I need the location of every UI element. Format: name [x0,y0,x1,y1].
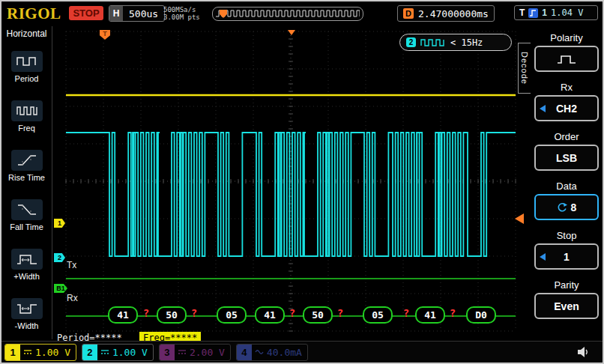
menu-group-order[interactable]: Order LSB [531,131,603,171]
rise-time-icon [11,150,43,171]
speaker-icon[interactable] [577,346,591,358]
menu-item-label: +Width [13,272,40,281]
menu-item-rise-time[interactable]: Rise Time [1,141,52,190]
data-value-box[interactable]: 8 [534,194,599,220]
ac-coupling-icon [255,348,264,356]
trigger-level-marker[interactable] [515,213,524,224]
decoded-byte: 41 [415,306,445,324]
menu-item-label: Freq [18,124,35,133]
delay-reference-marker [288,30,295,35]
menu-item-freq[interactable]: Freq [1,91,52,141]
ch1-badge: 1 [5,345,20,360]
decoded-byte: 41 [255,306,285,324]
square-wave-icon [420,38,446,47]
decode-error-mark: ? [143,307,149,319]
trigger-level-value: 1.04 V [551,7,583,18]
rigol-logo: RIGOL [7,4,61,23]
run-state-badge[interactable]: STOP [69,6,103,20]
left-arrow-icon [540,253,546,261]
menu-group-title: Order [531,131,603,144]
freq-counter-channel: 2 [406,37,416,47]
trigger-edge-icon [528,8,538,18]
decoded-byte: 50 [157,306,187,324]
menu-item-label: -Width [15,321,39,330]
freq-counter-value: < 15Hz [450,37,483,48]
decode-error-mark: ? [289,307,295,319]
ch4-badge: 4 [237,345,252,360]
menu-group-data[interactable]: Data 8 [531,181,603,220]
minus-width-icon [11,298,43,319]
trigger-readout: T 1 1.04 V [514,5,598,20]
polarity-value-box[interactable] [534,46,599,72]
ch2-status-box[interactable]: 2 1.00 V [82,344,154,361]
data-value: 8 [571,201,577,213]
decoded-byte: 50 [303,306,333,324]
decode-error-mark: ? [337,307,343,319]
frequency-counter-badge: 2 < 15Hz [399,34,512,51]
order-value: LSB [556,152,577,164]
decoded-byte: 41 [108,306,138,324]
waveform-overview-icon [214,8,360,19]
stop-value-box[interactable]: 1 [534,243,599,270]
trigger-position-bar[interactable] [212,7,363,21]
tx-signal-label: Tx [67,260,76,270]
ch3-badge: 3 [160,345,175,360]
rx-signal-label: Rx [67,293,78,303]
left-arrow-icon [540,105,546,112]
left-menu-title: Horizontal [1,28,52,42]
top-status-bar: RIGOL STOP H 500us 500MSa/s 3.00M pts D … [1,1,603,26]
decode-menu-tab[interactable]: Decode [518,43,531,94]
channel-status-bar: 1 1.00 V 2 1.00 V 3 2.00 V 4 [1,341,603,363]
order-value-box[interactable]: LSB [534,145,599,171]
parity-value-box[interactable]: Even [534,293,599,319]
waveform-plot [53,29,525,342]
decoded-byte: D0 [466,306,496,324]
ch4-status-box[interactable]: 4 40.0mA [236,344,308,361]
ch1-status-box[interactable]: 1 1.00 V [4,344,76,361]
horizontal-label: H [109,6,123,21]
freq-icon [11,100,43,121]
menu-group-polarity[interactable]: Polarity [531,32,603,72]
timebase-value: 500us [123,8,164,19]
plus-width-icon [11,249,43,270]
period-icon [11,51,43,72]
decoded-byte: 05 [363,306,393,324]
rx-value: CH2 [556,103,577,115]
menu-group-title: Rx [531,82,603,94]
menu-group-parity[interactable]: Parity Even [531,279,603,319]
memory-depth: 3.00M pts [163,13,200,21]
menu-group-title: Stop [531,230,603,243]
menu-group-stop[interactable]: Stop 1 [531,230,603,270]
delay-readout: D 2.47000000ms [397,5,495,22]
ch3-scale: 2.00 V [190,347,225,358]
menu-item-label: Rise Time [8,173,45,182]
horizontal-measure-menu: Horizontal Period Freq Rise Time Fall Ti… [1,26,52,339]
menu-group-rx[interactable]: Rx CH2 [531,82,603,121]
menu-item-plus-width[interactable]: +Width [1,240,52,290]
dc-coupling-icon [178,348,187,356]
menu-item-label: Fall Time [10,222,43,231]
menu-group-title: Polarity [531,32,603,45]
ch2-scale: 1.00 V [112,347,148,358]
waveform-display: T 1 2 B1 Tx Rx 2 < 15Hz 41?50?0541?50?05… [53,29,525,342]
trigger-source: 1 [542,7,547,18]
rx-value-box[interactable]: CH2 [534,95,599,121]
stop-value: 1 [564,251,570,263]
menu-item-minus-width[interactable]: -Width [1,290,52,339]
menu-item-period[interactable]: Period [1,42,52,91]
menu-item-fall-time[interactable]: Fall Time [1,191,52,240]
ch1-scale: 1.00 V [35,347,70,358]
trigger-label: T [519,7,525,18]
decode-error-mark: ? [191,307,197,319]
menu-group-title: Parity [531,279,603,292]
timebase-readout: H 500us [109,5,165,22]
dc-coupling-icon [100,348,109,356]
sample-rate: 500MSa/s [163,6,200,13]
decode-settings-menu: Polarity Rx CH2 Order LSB Data [531,26,603,339]
delay-label: D [403,8,414,19]
delay-value: 2.47000000ms [418,8,489,19]
rotate-knob-icon [557,202,567,213]
fall-time-icon [11,199,43,220]
dc-coupling-icon [23,348,32,356]
ch3-status-box[interactable]: 3 2.00 V [159,344,231,361]
